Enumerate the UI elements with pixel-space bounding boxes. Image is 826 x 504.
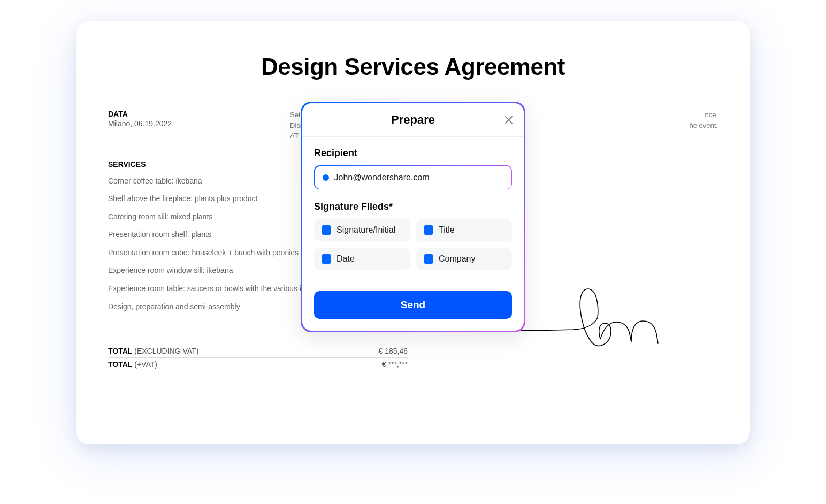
- totals-column: TOTAL (EXCLUDING VAT) € 185,46 TOTAL (+V…: [108, 345, 408, 371]
- bottom-section: TOTAL (EXCLUDING VAT) € 185,46 TOTAL (+V…: [108, 326, 718, 371]
- field-chip-label: Signature/Initial: [336, 225, 395, 235]
- total-row: TOTAL (EXCLUDING VAT) € 185,46: [108, 345, 408, 358]
- send-button[interactable]: Send: [314, 291, 512, 319]
- field-chip-label: Company: [439, 254, 475, 264]
- modal-inner: Prepare Recipient Signature Fileds* Sign…: [302, 103, 524, 331]
- checkbox-icon: [424, 254, 433, 264]
- fields-grid: Signature/Initial Title Date Company: [314, 219, 512, 270]
- modal-header: Prepare: [302, 103, 524, 137]
- bullet-icon: [323, 174, 329, 181]
- field-signature-initial[interactable]: Signature/Initial: [314, 219, 410, 241]
- close-button[interactable]: [503, 114, 514, 125]
- field-date[interactable]: Date: [314, 248, 410, 270]
- field-chip-label: Date: [336, 254, 355, 264]
- total-value: € ***,***: [382, 360, 408, 369]
- modal-title: Prepare: [313, 113, 513, 127]
- field-chip-label: Title: [439, 225, 455, 235]
- data-value: Milano, 06.19.2022: [108, 119, 269, 128]
- checkbox-icon: [322, 225, 331, 235]
- total-label: TOTAL (EXCLUDING VAT): [108, 347, 198, 355]
- field-title[interactable]: Title: [416, 219, 512, 241]
- total-row: TOTAL (+VAT) € ***,***: [108, 358, 408, 371]
- close-icon: [504, 116, 513, 124]
- prepare-modal: Prepare Recipient Signature Fileds* Sign…: [301, 102, 525, 332]
- recipient-label: Recipient: [314, 148, 512, 159]
- recipient-email-field[interactable]: [334, 173, 504, 182]
- data-block: DATA Milano, 06.19.2022: [108, 110, 269, 141]
- signature-fields-label: Signature Fileds*: [314, 201, 512, 212]
- recipient-input[interactable]: [315, 166, 511, 189]
- total-value: € 185,46: [379, 347, 408, 355]
- checkbox-icon: [322, 254, 331, 264]
- checkbox-icon: [424, 225, 433, 235]
- field-company[interactable]: Company: [416, 248, 512, 270]
- total-label: TOTAL (+VAT): [108, 360, 157, 369]
- document-title: Design Services Agreement: [108, 54, 718, 80]
- modal-footer: Send: [302, 282, 524, 331]
- data-label: DATA: [108, 110, 269, 118]
- modal-body: Recipient Signature Fileds* Signature/In…: [302, 137, 524, 282]
- recipient-input-wrap: [314, 165, 512, 189]
